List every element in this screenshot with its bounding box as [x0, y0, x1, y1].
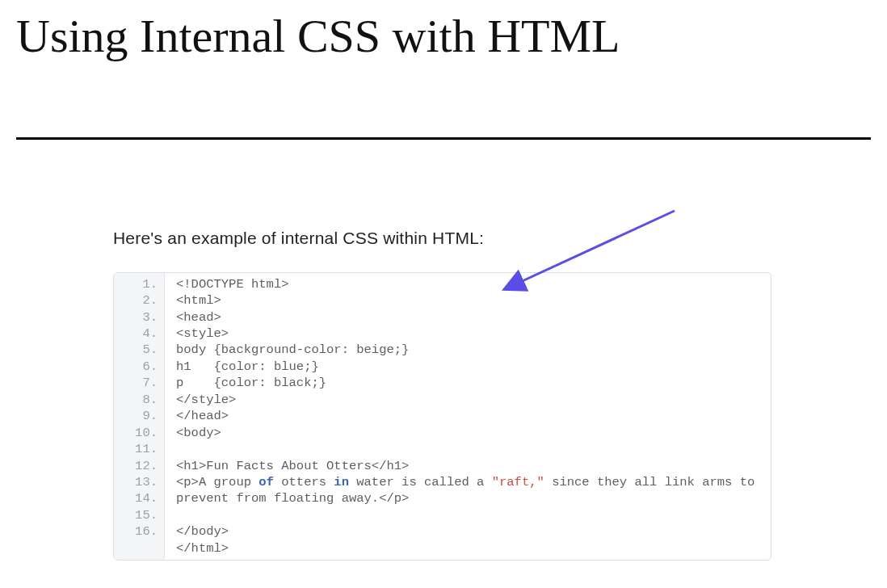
line-number: 1.: [117, 276, 158, 292]
code-token: body {background-color: beige;}: [176, 342, 409, 357]
code-token: of: [259, 475, 274, 489]
code-line: h1 {color: blue;}: [176, 359, 763, 375]
line-number: 15.: [117, 507, 158, 523]
line-number: 4.: [117, 326, 158, 342]
code-line: p {color: black;}: [176, 375, 763, 391]
horizontal-rule: [16, 137, 871, 140]
line-number: 2.: [117, 292, 158, 309]
code-line: <!DOCTYPE html>: [176, 276, 763, 292]
code-line: <style>: [176, 326, 763, 342]
code-token: water is called a: [349, 475, 492, 489]
code-token: <p>A group: [176, 475, 259, 489]
code-block: 1.2.3.4.5.6.7.8.9.10.11.12.13.14.15.16. …: [113, 272, 771, 561]
code-content: <!DOCTYPE html><html><head><style>body {…: [165, 273, 771, 561]
code-line: </head>: [176, 408, 763, 424]
code-token: <body>: [176, 426, 221, 440]
line-number: 9.: [117, 408, 158, 424]
code-line: [176, 441, 763, 457]
line-number: 11.: [117, 441, 158, 457]
line-number: 6.: [117, 359, 158, 375]
code-token: <style>: [176, 326, 229, 341]
code-token: p {color: black;}: [176, 376, 326, 390]
code-line: </body>: [176, 523, 763, 540]
code-line: <h1>Fun Facts About Otters</h1>: [176, 458, 763, 474]
code-line: [176, 507, 763, 523]
code-token: </style>: [176, 393, 236, 407]
code-line: <head>: [176, 309, 763, 326]
code-token: h1 {color: blue;}: [176, 359, 319, 374]
code-line: <body>: [176, 425, 763, 441]
code-token: </head>: [176, 409, 229, 423]
line-number: 7.: [117, 375, 158, 391]
code-token: <h1>Fun Facts About Otters</h1>: [176, 459, 409, 473]
code-line: <html>: [176, 292, 763, 309]
line-number: 13.: [117, 474, 158, 490]
code-token: in: [334, 475, 349, 489]
code-token: <html>: [176, 293, 221, 308]
code-line: <p>A group of otters in water is called …: [176, 474, 763, 507]
code-line: body {background-color: beige;}: [176, 342, 763, 358]
line-number: 5.: [117, 342, 158, 358]
code-line: </html>: [176, 540, 763, 556]
code-line: </style>: [176, 392, 763, 408]
lead-text: Here's an example of internal CSS within…: [113, 229, 871, 248]
line-number: 3.: [117, 309, 158, 326]
line-number: 10.: [117, 425, 158, 441]
line-number: 16.: [117, 523, 158, 540]
code-token: otters: [274, 475, 334, 489]
code-token: <head>: [176, 310, 221, 325]
code-token: </body>: [176, 524, 229, 539]
code-token: "raft,": [492, 475, 544, 489]
line-number: 8.: [117, 392, 158, 408]
line-number: 14.: [117, 490, 158, 506]
page: Using Internal CSS with HTML Here's an e…: [0, 8, 887, 561]
line-number-gutter: 1.2.3.4.5.6.7.8.9.10.11.12.13.14.15.16.: [114, 273, 165, 561]
code-token: <!DOCTYPE html>: [176, 277, 289, 292]
code-example: 1.2.3.4.5.6.7.8.9.10.11.12.13.14.15.16. …: [113, 272, 771, 561]
line-number: 12.: [117, 458, 158, 474]
code-token: </html>: [176, 541, 229, 556]
page-title: Using Internal CSS with HTML: [16, 8, 871, 65]
